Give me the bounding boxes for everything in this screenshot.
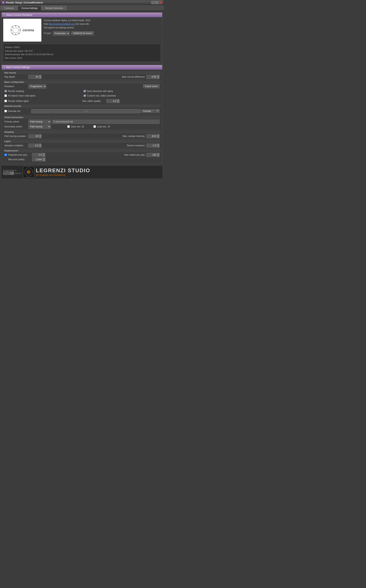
override-mtl-checkbox[interactable] — [4, 110, 7, 112]
primary-solver-dropdown[interactable]: Path tracing Photon mapping — [28, 120, 51, 124]
max-subdiv-per-poly-down[interactable]: ▼ — [157, 155, 160, 157]
footer-sub: 3D Graphic and Rendering — [36, 174, 161, 176]
max-size-down[interactable]: ▼ — [43, 159, 45, 161]
max-sample-intensity-label: Max. sample intensity: — [115, 135, 145, 138]
render-hidden-lights-label: Render hidden lights — [8, 100, 29, 102]
render-shading-checkbox[interactable] — [4, 90, 7, 92]
max-normal-diff-down[interactable]: ▼ — [157, 77, 160, 79]
max-subdiv-per-poly-input[interactable] — [146, 153, 157, 157]
app-icon: S — [2, 1, 5, 4]
projected-size-checkbox[interactable] — [4, 154, 7, 156]
texture-resolution-down[interactable]: ▼ — [157, 146, 160, 147]
mat-editor-quality-spinbox[interactable]: ▲ ▼ — [106, 99, 120, 103]
secondary-solver-dropdown[interactable]: Path tracing Photon mapping — [28, 124, 51, 129]
override-mtl-input[interactable] — [31, 109, 140, 113]
max-sample-intensity-up[interactable]: ▲ — [157, 134, 160, 136]
mat-editor-quality-down[interactable]: ▼ — [117, 101, 120, 103]
max-normal-diff-up[interactable]: ▲ — [157, 75, 160, 77]
max-subdiv-per-poly-up[interactable]: ▲ — [157, 153, 160, 155]
about-section-header: - About Corona Renderer — [2, 13, 162, 17]
footer-input-1[interactable] — [3, 171, 12, 175]
checkbox-grid-1: Render shading Save elements with alpha … — [3, 89, 161, 104]
tab-render-elements[interactable]: Render Elements — [42, 6, 67, 10]
footer-spinbox-1-down[interactable]: ▼ — [12, 173, 14, 175]
texture-resolution-up[interactable]: ▲ — [157, 144, 160, 146]
solid-alpha-row: All objects have solid alpha — [3, 94, 82, 97]
solid-alpha-checkbox[interactable] — [4, 94, 7, 97]
main-settings-panel: - Main Corona Settings Ray tracing Ray d… — [1, 65, 162, 164]
texture-resolution-spinbox[interactable]: ▲ ▼ — [146, 144, 160, 147]
ray-depth-up[interactable]: ▲ — [39, 75, 42, 77]
max-size-input[interactable] — [32, 158, 43, 161]
ray-tracing-label: Ray tracing — [3, 71, 161, 74]
ui-type-dropdown[interactable]: Production Advanced — [53, 31, 70, 35]
samples-multiplier-spinbox[interactable]: ▲ ▼ — [28, 144, 42, 147]
svg-point-2 — [15, 25, 16, 26]
texture-resolution-input[interactable] — [146, 144, 157, 147]
max-sample-intensity-input[interactable] — [146, 134, 157, 138]
gi-path-input[interactable] — [52, 120, 160, 124]
plus-button[interactable]: + — [155, 109, 160, 113]
minimize-button[interactable]: _ — [151, 1, 155, 4]
projected-size-down[interactable]: ▼ — [43, 155, 45, 157]
projected-size-input[interactable] — [32, 153, 43, 157]
gi-label: Global illumination — [3, 116, 161, 119]
close-button[interactable]: × — [159, 1, 162, 4]
projected-size-spinbox[interactable]: ▲ ▼ — [32, 153, 45, 157]
samples-multiplier-label: Samples multiplier: — [4, 144, 27, 147]
main-settings-title: Main Corona Settings — [6, 66, 30, 69]
path-tracing-samples-spinbox[interactable]: ▲ ▼ — [28, 134, 42, 138]
renderer-dropdown[interactable]: Progressive Bucket — [28, 84, 46, 88]
divider-4 — [4, 139, 160, 139]
ray-depth-spinbox[interactable]: ▲ ▼ — [28, 75, 42, 79]
footer-logo-svg — [24, 167, 33, 177]
max-sample-intensity-down[interactable]: ▼ — [157, 136, 160, 138]
max-subdiv-per-poly-spinbox[interactable]: ▲ ▼ — [146, 153, 160, 157]
about-collapse-button[interactable]: - — [4, 13, 5, 16]
mat-editor-quality-input[interactable] — [106, 99, 117, 103]
tab-common[interactable]: Common — [1, 6, 17, 10]
ui-type-label: UI type: — [44, 31, 52, 35]
max-normal-diff-label: Max normal difference: — [115, 76, 145, 78]
save-elements-alpha-checkbox[interactable] — [84, 90, 86, 92]
exclude-button[interactable]: Exclude... — [141, 109, 155, 113]
footer-spinbox-1-up[interactable]: ▲ — [12, 171, 14, 173]
ray-depth-input[interactable] — [28, 75, 39, 79]
samples-multiplier-up[interactable]: ▲ — [39, 144, 42, 146]
corona-svg-logo — [10, 25, 21, 35]
svg-point-6 — [12, 26, 13, 27]
max-normal-diff-spinbox[interactable]: ▲ ▼ — [146, 75, 160, 79]
max-size-spinbox[interactable]: ▲ ▼ — [32, 158, 45, 161]
samples-multiplier-input[interactable] — [28, 144, 39, 147]
render-hidden-lights-checkbox[interactable] — [4, 100, 7, 102]
save-sec-gi-checkbox[interactable] — [67, 125, 70, 128]
path-tracing-samples-down[interactable]: ▼ — [39, 136, 42, 138]
tab-corona-settings[interactable]: Corona Settings — [18, 6, 41, 10]
render-hidden-lights-row: Render hidden lights — [3, 99, 82, 103]
projected-size-up[interactable]: ▲ — [43, 153, 45, 155]
footer-brand-text: LEGRENZI STUDIO 3D Graphic and Rendering — [36, 167, 161, 176]
about-content: corona Corona renderer Alpha. (c) Ondra … — [2, 17, 162, 43]
titlebar-controls[interactable]: _ □ × — [151, 1, 162, 4]
path-tracing-samples-up[interactable]: ▲ — [39, 134, 42, 136]
info-box: Defines: STATS Internal color space: CIE… — [3, 44, 161, 62]
footer-field-row-1: ▲ ▼ passes — [3, 171, 21, 175]
about-link[interactable]: http://corona-renderer.com — [49, 23, 76, 25]
debug-assert-button[interactable]: [DEBUG] Do Assert — [71, 31, 94, 35]
load-sec-gi-checkbox[interactable] — [93, 125, 96, 128]
max-size-up[interactable]: ▲ — [43, 158, 45, 159]
ray-depth-down[interactable]: ▼ — [39, 77, 42, 79]
footer-spinbox-1[interactable]: ▲ ▼ — [3, 171, 14, 175]
mat-editor-quality-up[interactable]: ▲ — [117, 99, 120, 101]
maximize-button[interactable]: □ — [155, 1, 158, 4]
path-tracing-samples-input[interactable] — [28, 134, 39, 138]
custom-mat-previews-checkbox[interactable] — [84, 94, 86, 97]
export-scene-button[interactable]: Export scene — [143, 85, 160, 88]
svg-point-1 — [13, 27, 18, 33]
max-sample-intensity-spinbox[interactable]: ▲ ▼ — [146, 134, 160, 138]
main-settings-collapse-button[interactable]: - — [4, 66, 5, 69]
projected-size-label: Projected size (px): — [8, 154, 31, 156]
divider-3 — [4, 130, 160, 130]
samples-multiplier-down[interactable]: ▼ — [39, 146, 42, 147]
max-normal-diff-input[interactable] — [146, 75, 157, 79]
